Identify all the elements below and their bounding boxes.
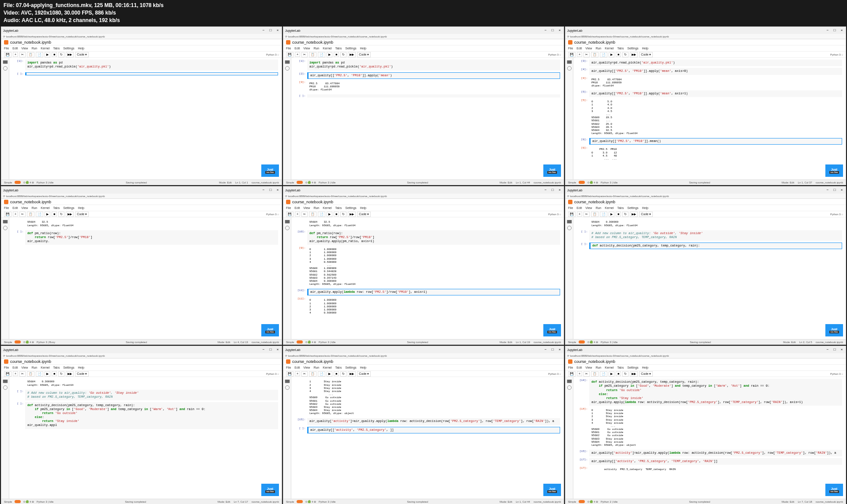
menu-kernel[interactable]: Kernel <box>323 366 331 369</box>
kernel-indicator[interactable]: Python 3 ○ <box>830 373 843 375</box>
simple-toggle[interactable] <box>15 340 21 343</box>
code-line[interactable]: air_quality.appl <box>27 423 276 427</box>
address-bar[interactable]: ⟳ localhost:8889/lab/workspaces/auto-0/t… <box>283 353 564 358</box>
code-line[interactable]: def activity_decision(pm25_category, tem… <box>592 244 840 248</box>
menu-kernel[interactable]: Kernel <box>605 47 614 50</box>
close-button[interactable]: × <box>839 28 844 33</box>
cut-button[interactable]: ✂ <box>301 212 308 217</box>
menu-kernel[interactable]: Kernel <box>605 366 614 369</box>
run-all-button[interactable]: ▶▶ <box>630 52 638 57</box>
menu-settings[interactable]: Settings <box>345 206 356 209</box>
cell-body[interactable]: # Add new column to air_quality: 'Go out… <box>25 390 278 400</box>
address-bar[interactable]: ⟳ localhost:8889/lab/workspaces/auto-0/t… <box>1 353 282 358</box>
close-button[interactable]: × <box>557 188 562 192</box>
menu-view[interactable]: View <box>585 206 592 209</box>
add-cell-button[interactable]: + <box>577 371 582 376</box>
code-line[interactable]: return 'Go outside' <box>591 388 840 392</box>
folder-icon[interactable] <box>3 59 8 64</box>
minimize-button[interactable]: − <box>825 188 830 192</box>
address-bar[interactable]: ⟳ localhost:8889/lab/workspaces/auto-0/t… <box>565 34 846 39</box>
cell-type-select[interactable]: Code ▾ <box>75 52 89 57</box>
run-all-button[interactable]: ▶▶ <box>630 371 638 377</box>
menu-settings[interactable]: Settings <box>627 47 638 50</box>
cell-body[interactable]: def pm_ratio(row): return row['PM2.5']/r… <box>307 230 560 245</box>
menu-edit[interactable]: Edit <box>294 366 300 369</box>
notebook-name[interactable]: course_notebook.ipynb <box>574 40 615 45</box>
run-button[interactable]: ▶ <box>609 52 614 57</box>
cell-type-select[interactable]: Code ▾ <box>75 212 89 217</box>
menu-settings[interactable]: Settings <box>63 47 74 50</box>
cell-body[interactable]: air_quality['activity']=air_quality.appl… <box>589 450 842 456</box>
code-line[interactable]: return 'Stay inside' <box>27 419 276 423</box>
stop-button[interactable]: ■ <box>334 371 339 376</box>
notebook-content[interactable]: 1 Stay inside2 Stay inside3 Stay inside4… <box>291 377 564 499</box>
code-line[interactable]: def pm_ratio(row): <box>309 231 558 235</box>
run-all-button[interactable]: ▶▶ <box>66 212 74 217</box>
cell-body[interactable]: import pandas as pdair_quality=pd.read_p… <box>307 60 560 70</box>
kernel-indicator[interactable]: Python 3 ○ <box>548 53 561 56</box>
code-line[interactable]: import pandas as pd <box>27 61 276 65</box>
code-line[interactable]: air_quality[['activity', 'PM2.5_category… <box>591 459 840 463</box>
address-bar[interactable]: ⟳ localhost:8889/lab/workspaces/auto-0/t… <box>1 194 282 199</box>
stop-button[interactable]: ■ <box>616 52 621 57</box>
menu-kernel[interactable]: Kernel <box>323 206 331 209</box>
menu-view[interactable]: View <box>303 47 310 50</box>
code-line[interactable]: air_quality[['activity', 'PM2.5_category… <box>310 428 558 432</box>
save-button[interactable]: 💾 <box>4 52 11 57</box>
menu-settings[interactable]: Settings <box>627 206 638 209</box>
code-line[interactable]: return 'Go outside' <box>27 411 276 415</box>
stop-button[interactable]: ■ <box>52 212 57 217</box>
paste-button[interactable]: 📄 <box>36 371 43 377</box>
code-line[interactable]: air_quality=pd.read_pickle('air_quality.… <box>27 65 276 69</box>
run-button[interactable]: ▶ <box>45 371 50 377</box>
notebook-name[interactable]: course_notebook.ipynb <box>574 200 615 204</box>
menu-tabs[interactable]: Tabs <box>617 47 624 50</box>
code-line[interactable]: air_quality[['PM2.5', 'PM10']].apply('me… <box>591 69 840 73</box>
menu-tabs[interactable]: Tabs <box>335 206 342 209</box>
simple-toggle[interactable] <box>579 500 585 503</box>
cell-type-select[interactable]: Code ▾ <box>357 212 371 217</box>
copy-button[interactable]: 📋 <box>591 212 599 217</box>
menu-help[interactable]: Help <box>360 366 366 369</box>
restart-button[interactable]: ↻ <box>340 52 346 57</box>
stop-button[interactable]: ■ <box>52 371 57 376</box>
copy-button[interactable]: 📋 <box>309 212 316 217</box>
menu-kernel[interactable]: Kernel <box>41 366 49 369</box>
minimize-button[interactable]: − <box>261 347 266 352</box>
save-button[interactable]: 💾 <box>4 371 11 377</box>
maximize-button[interactable]: □ <box>832 347 837 352</box>
folder-icon[interactable] <box>285 59 290 64</box>
paste-button[interactable]: 📄 <box>600 371 607 377</box>
cut-button[interactable]: ✂ <box>301 52 308 57</box>
add-cell-button[interactable]: + <box>13 212 18 217</box>
simple-toggle[interactable] <box>297 181 303 184</box>
menu-file[interactable]: File <box>568 47 573 50</box>
menu-view[interactable]: View <box>585 366 592 369</box>
run-all-button[interactable]: ▶▶ <box>348 52 356 57</box>
running-icon[interactable] <box>285 66 290 71</box>
running-icon[interactable] <box>3 66 8 71</box>
cell-body[interactable]: air_quality[['PM2.5', 'PM10']].apply('me… <box>307 72 560 79</box>
folder-icon[interactable] <box>567 219 572 224</box>
add-cell-button[interactable]: + <box>295 371 300 376</box>
restart-button[interactable]: ↻ <box>58 371 64 377</box>
paste-button[interactable]: 📄 <box>600 212 607 217</box>
folder-icon[interactable] <box>567 378 572 384</box>
address-bar[interactable]: ⟳ localhost:8889/lab/workspaces/auto-0/t… <box>565 194 846 199</box>
notebook-name[interactable]: course_notebook.ipynb <box>10 40 51 45</box>
cell-type-select[interactable]: Code ▾ <box>357 371 371 377</box>
maximize-button[interactable]: □ <box>268 347 273 352</box>
minimize-button[interactable]: − <box>543 188 548 192</box>
kernel-indicator[interactable]: Python 3 ○ <box>830 53 843 56</box>
close-button[interactable]: × <box>839 347 844 352</box>
menu-view[interactable]: View <box>303 366 310 369</box>
add-cell-button[interactable]: + <box>13 52 18 57</box>
run-button[interactable]: ▶ <box>45 52 50 57</box>
restart-button[interactable]: ↻ <box>622 212 629 217</box>
menu-kernel[interactable]: Kernel <box>323 47 331 50</box>
menu-run[interactable]: Run <box>313 47 319 50</box>
cell-type-select[interactable]: Code ▾ <box>639 212 653 217</box>
close-button[interactable]: × <box>839 188 844 192</box>
code-line[interactable]: # based on PM2.5_category, TEMP_category… <box>27 395 276 399</box>
menu-help[interactable]: Help <box>78 47 84 50</box>
